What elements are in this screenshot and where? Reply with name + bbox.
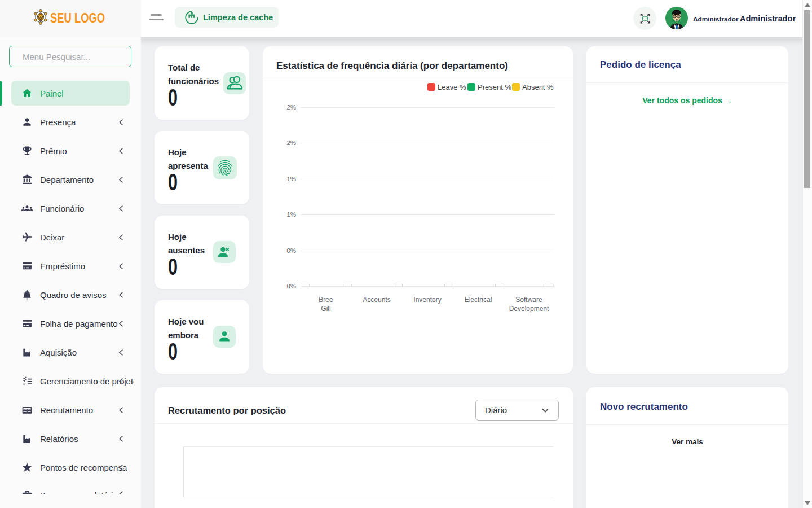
svg-text:A: A [39, 16, 42, 19]
